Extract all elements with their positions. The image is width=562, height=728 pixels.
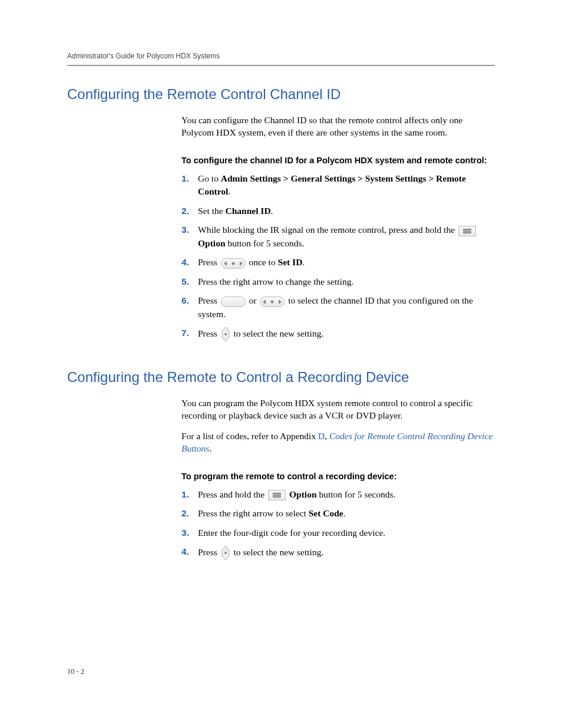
button-label: Option bbox=[289, 489, 317, 499]
step-text: . bbox=[343, 508, 346, 518]
list-item: Press to select the new setting. bbox=[181, 327, 495, 342]
step-text: or bbox=[249, 295, 259, 305]
list-item: Press to select the new setting. bbox=[181, 545, 495, 561]
section-2-body: You can program the Polycom HDX system r… bbox=[181, 397, 495, 561]
button-label: Option bbox=[198, 238, 226, 248]
step-text: Set the bbox=[198, 206, 226, 216]
list-item: Press and hold the Option button for 5 s… bbox=[181, 488, 495, 501]
intro-paragraph: You can program the Polycom HDX system r… bbox=[181, 397, 495, 422]
field-name: Channel ID bbox=[226, 206, 271, 216]
list-item: Set the Channel ID. bbox=[181, 205, 495, 218]
list-item: Go to Admin Settings > General Settings … bbox=[181, 172, 495, 199]
step-text: button for 5 seconds. bbox=[226, 238, 305, 248]
list-item: Press the right arrow to select Set Code… bbox=[181, 507, 495, 520]
running-header: Administrator's Guide for Polycom HDX Sy… bbox=[67, 52, 495, 66]
step-text: Press bbox=[198, 257, 220, 267]
option-button-icon bbox=[268, 490, 286, 500]
list-item: Enter the four-digit code for your recor… bbox=[181, 526, 495, 539]
heading-section-2: Configuring the Remote to Control a Reco… bbox=[67, 369, 495, 386]
nav-path: Admin Settings > General Settings > Syst… bbox=[198, 173, 466, 196]
list-item: Press or to select the channel ID that y… bbox=[181, 294, 495, 321]
reference-paragraph: For a list of codes, refer to Appendix D… bbox=[181, 430, 495, 455]
left-right-arrow-icon bbox=[260, 297, 285, 307]
left-right-arrow-icon bbox=[221, 258, 246, 269]
step-text: Press bbox=[198, 547, 220, 557]
up-arrow-icon bbox=[221, 297, 246, 307]
step-text: Press bbox=[198, 295, 220, 305]
procedure-list-1: Go to Admin Settings > General Settings … bbox=[181, 172, 495, 342]
step-text: Go to bbox=[198, 173, 221, 183]
step-text: button for 5 seconds. bbox=[317, 489, 396, 499]
option-button-icon bbox=[458, 226, 476, 236]
svg-point-1 bbox=[224, 552, 227, 554]
procedure-list-2: Press and hold the Option button for 5 s… bbox=[181, 488, 495, 561]
appendix-link[interactable]: D bbox=[318, 431, 325, 441]
step-text: Enter the four-digit code for your recor… bbox=[198, 528, 385, 538]
step-text: . bbox=[228, 186, 230, 196]
section-1-body: You can configure the Channel ID so that… bbox=[181, 114, 495, 342]
step-text: Press and hold the bbox=[198, 489, 267, 499]
page: Administrator's Guide for Polycom HDX Sy… bbox=[0, 0, 562, 728]
step-text: While blocking the IR signal on the remo… bbox=[198, 225, 457, 235]
step-text: to select the new setting. bbox=[233, 547, 323, 557]
step-text: to select the new setting. bbox=[233, 328, 323, 338]
select-button-icon bbox=[222, 327, 230, 342]
ref-text: . bbox=[209, 443, 211, 453]
list-item: While blocking the IR signal on the remo… bbox=[181, 223, 495, 250]
svg-point-0 bbox=[224, 333, 227, 335]
list-item: Press the right arrow to change the sett… bbox=[181, 275, 495, 288]
ref-text: , bbox=[325, 431, 329, 441]
page-number: 10 - 2 bbox=[67, 667, 84, 676]
step-text: . bbox=[302, 257, 305, 267]
list-item: Press once to Set ID. bbox=[181, 256, 495, 269]
step-text: once to bbox=[249, 257, 277, 267]
intro-paragraph: You can configure the Channel ID so that… bbox=[181, 114, 495, 139]
procedure-heading: To configure the channel ID for a Polyco… bbox=[181, 156, 495, 165]
command-name: Set ID bbox=[278, 257, 303, 267]
step-text: Press the right arrow to change the sett… bbox=[198, 276, 353, 286]
procedure-heading: To program the remote to control a recor… bbox=[181, 472, 495, 481]
select-button-icon bbox=[222, 545, 230, 561]
step-text: Press the right arrow to select bbox=[198, 508, 309, 518]
ref-text: For a list of codes, refer to Appendix bbox=[181, 431, 318, 441]
heading-section-1: Configuring the Remote Control Channel I… bbox=[67, 86, 495, 103]
step-text: . bbox=[271, 206, 273, 216]
step-text: Press bbox=[198, 328, 220, 338]
command-name: Set Code bbox=[309, 508, 343, 518]
